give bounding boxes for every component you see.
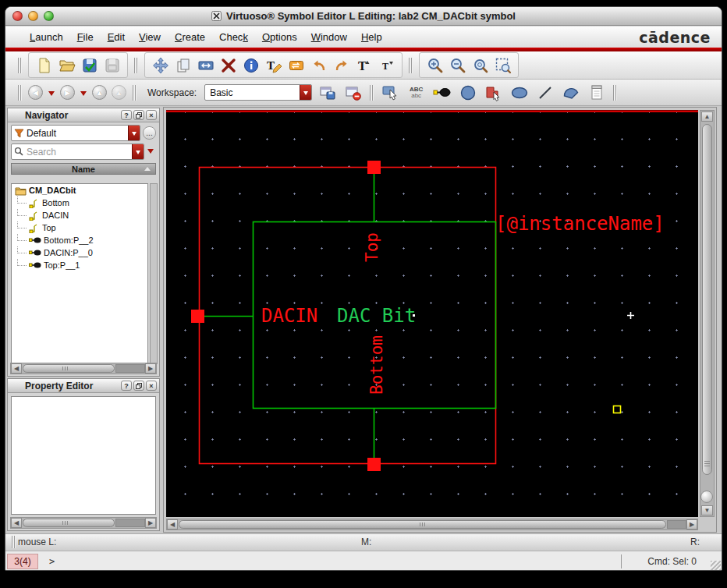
symbol-pin-bottom[interactable] bbox=[367, 458, 381, 471]
forward-button[interactable]: ▶ bbox=[60, 85, 75, 100]
stretch-button[interactable] bbox=[195, 55, 216, 76]
menu-launch[interactable]: Launch bbox=[23, 28, 70, 46]
tree-column-header[interactable]: Name bbox=[11, 163, 156, 175]
navigator-search-box[interactable]: Search bbox=[11, 143, 144, 160]
toolbar-grip[interactable] bbox=[18, 58, 22, 73]
title-bar[interactable]: Virtuoso® Symbol Editor L Editing: lab2 … bbox=[5, 7, 722, 26]
navigator-more-button[interactable]: ... bbox=[143, 126, 156, 140]
scroll-knob-button[interactable] bbox=[700, 491, 713, 503]
toolbar-grip[interactable] bbox=[18, 85, 22, 101]
property-editor-horizontal-scrollbar[interactable]: ◀ ▶ bbox=[10, 517, 157, 529]
save-button[interactable] bbox=[79, 55, 100, 76]
back-history-dropdown[interactable] bbox=[48, 91, 55, 99]
zoom-fit-button[interactable] bbox=[470, 55, 491, 76]
navigator-float-button[interactable] bbox=[133, 110, 144, 120]
toolbar-grip[interactable] bbox=[133, 85, 137, 101]
forward-history-dropdown[interactable] bbox=[80, 91, 87, 99]
menu-edit[interactable]: Edit bbox=[101, 28, 132, 46]
line-tool-button[interactable] bbox=[534, 82, 555, 103]
circle-tool-button[interactable] bbox=[457, 82, 478, 103]
toolbar-grip[interactable] bbox=[409, 58, 413, 73]
open-button[interactable] bbox=[56, 55, 77, 76]
back-button[interactable]: ◀ bbox=[28, 85, 43, 100]
zoom-out-button[interactable] bbox=[447, 55, 468, 76]
scroll-up-button[interactable]: ▲ bbox=[701, 112, 713, 122]
delete-workspace-button[interactable] bbox=[342, 82, 364, 103]
canvas-vertical-scrollbar[interactable]: ▲ ▼ bbox=[700, 110, 715, 517]
zoom-area-button[interactable] bbox=[492, 55, 513, 76]
property-editor-header[interactable]: Property Editor ? × bbox=[8, 379, 159, 393]
pin-tool-button[interactable] bbox=[431, 82, 452, 103]
menu-file[interactable]: File bbox=[70, 28, 101, 46]
navigator-close-button[interactable]: × bbox=[146, 110, 157, 120]
note-tool-button[interactable] bbox=[586, 82, 607, 103]
refresh-button[interactable] bbox=[285, 55, 307, 76]
search-dropdown-button[interactable] bbox=[132, 144, 144, 159]
pin-label-bottom[interactable]: Bottom bbox=[367, 335, 386, 395]
symbol-pin-left[interactable] bbox=[191, 310, 204, 323]
property-editor-content[interactable] bbox=[11, 396, 156, 515]
scroll-down-button[interactable]: ▼ bbox=[701, 505, 713, 515]
navigator-header[interactable]: Navigator ? × bbox=[8, 108, 159, 122]
tree-item-net[interactable]: Top bbox=[12, 221, 147, 234]
property-editor-help-button[interactable]: ? bbox=[121, 381, 132, 391]
edit-labels-button[interactable]: T bbox=[263, 55, 284, 76]
tree-item-net[interactable]: DACIN bbox=[12, 209, 147, 221]
toolbar-grip[interactable] bbox=[613, 85, 617, 101]
delete-button[interactable] bbox=[218, 55, 239, 76]
navigator-vertical-scrollbar[interactable] bbox=[150, 183, 158, 364]
copy-button[interactable] bbox=[172, 55, 193, 76]
symbol-pin-top[interactable] bbox=[367, 161, 381, 174]
menu-window[interactable]: Window bbox=[304, 28, 354, 46]
selected-point-handle[interactable] bbox=[614, 406, 621, 413]
search-options-dropdown[interactable] bbox=[147, 149, 154, 157]
workspace-dropdown-button[interactable] bbox=[300, 85, 311, 100]
statusbar-grip[interactable] bbox=[12, 536, 16, 548]
scroll-left-button[interactable]: ◀ bbox=[11, 363, 22, 374]
toolbar-grip[interactable] bbox=[134, 58, 138, 73]
ellipse-tool-button[interactable] bbox=[509, 82, 530, 103]
scroll-right-button[interactable]: ▶ bbox=[145, 363, 156, 374]
property-editor-close-button[interactable]: × bbox=[146, 381, 157, 391]
property-editor-float-button[interactable] bbox=[133, 381, 144, 391]
tree-item-pin[interactable]: DACIN:P__0 bbox=[12, 246, 147, 259]
label-tool-button[interactable]: ABC abc bbox=[406, 82, 427, 103]
canvas-horizontal-scrollbar[interactable]: ◀ ▶ bbox=[166, 519, 698, 530]
tree-item-pin[interactable]: Bottom:P__2 bbox=[12, 234, 147, 246]
text-bigger-button[interactable]: T bbox=[353, 55, 374, 76]
workspace-dropdown[interactable]: Basic bbox=[204, 84, 312, 101]
text-smaller-button[interactable]: T bbox=[376, 55, 397, 76]
instance-tool-button[interactable] bbox=[483, 82, 504, 103]
symbol-body-label[interactable]: DAC Bit bbox=[337, 305, 416, 327]
menu-view[interactable]: View bbox=[132, 28, 168, 46]
selection-tool-button[interactable] bbox=[380, 82, 401, 103]
instance-name-label[interactable]: [@instanceName] bbox=[495, 213, 665, 235]
scroll-right-button[interactable]: ▶ bbox=[145, 518, 156, 528]
zoom-in-button[interactable] bbox=[424, 55, 445, 76]
window-resize-grip[interactable] bbox=[711, 561, 721, 571]
redo-button[interactable] bbox=[331, 55, 352, 76]
properties-button[interactable] bbox=[240, 55, 261, 76]
pin-label-top[interactable]: Top bbox=[363, 232, 381, 262]
navigator-help-button[interactable]: ? bbox=[121, 110, 132, 120]
save-workspace-button[interactable] bbox=[317, 82, 338, 103]
scroll-left-button[interactable]: ◀ bbox=[167, 519, 178, 530]
tree-item-cell[interactable]: CM_DACbit bbox=[12, 184, 147, 197]
arc-tool-button[interactable] bbox=[560, 82, 581, 103]
menu-help[interactable]: Help bbox=[354, 28, 389, 46]
history-counter[interactable]: 3(4) bbox=[7, 554, 38, 569]
pin-label-dacin[interactable]: DACIN bbox=[261, 305, 317, 327]
navigator-horizontal-scrollbar[interactable]: ◀ ▶ bbox=[10, 363, 157, 374]
menu-create[interactable]: Create bbox=[168, 28, 212, 46]
symbol-canvas[interactable]: DACIN DAC Bit Top Bottom [@instanceName] bbox=[166, 110, 698, 517]
filter-dropdown-button[interactable] bbox=[128, 126, 140, 140]
menu-check[interactable]: Check bbox=[212, 28, 255, 46]
toolbar-grip[interactable] bbox=[370, 85, 374, 101]
scroll-left-button[interactable]: ◀ bbox=[11, 518, 22, 528]
navigator-filter-dropdown[interactable]: Default bbox=[11, 125, 140, 141]
new-file-button[interactable] bbox=[34, 55, 55, 76]
command-input[interactable] bbox=[60, 554, 612, 569]
scroll-right-button[interactable]: ▶ bbox=[686, 519, 697, 530]
tree-item-pin[interactable]: Top:P__1 bbox=[12, 259, 147, 271]
up-button[interactable]: ▲ bbox=[92, 85, 107, 100]
